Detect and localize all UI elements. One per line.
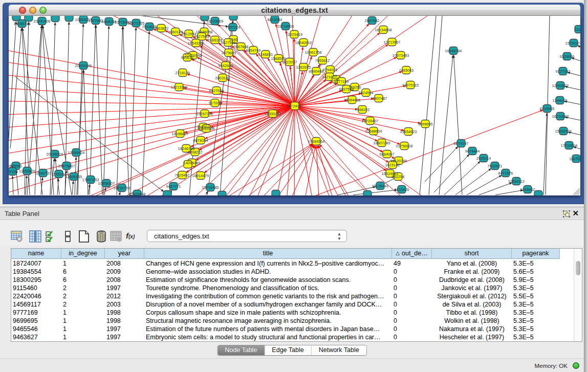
graph-node-label: 10973493 [393,53,409,58]
table-cell: 1 [61,309,105,317]
graph-node-label: 15136141 [372,184,389,188]
graph-node-label: 8878334 [193,138,208,143]
column-header-short[interactable]: short [432,249,512,259]
memory-status-label: Memory: OK [534,363,568,369]
network-canvas[interactable]: 1405571320691406108532571527602846616010… [9,16,580,195]
table-cell: 5.3E–5 [512,317,560,325]
column-header-pagerank[interactable]: pagerank [512,249,560,259]
table-cell: Disruption of a novel member of a sodium… [144,300,392,309]
table-cell: 5.3E–5 [512,259,560,268]
graph-node[interactable] [65,16,73,21]
graph-node-label: 917008 [209,101,222,105]
table-row[interactable]: 977716911998Corpus callosum shape and si… [11,309,560,317]
graph-node-label: 7955812 [315,58,330,63]
table-cell: 2003 [105,300,144,309]
table-cell: 1 [61,325,105,333]
table-row[interactable]: 946554611997Estimation of the future num… [11,325,560,333]
column-header-out_de[interactable]: △out_de… [392,249,432,259]
table-panel: Table Panel ✕ [0,204,584,372]
table-cell: 18724007 [11,259,61,268]
table-row[interactable]: 946362711997Embryonic stem cells: a mode… [11,333,560,341]
graph-node[interactable] [25,16,33,21]
delete-table-disabled-icon [110,230,122,243]
graph-node[interactable] [229,16,237,20]
column-visibility-icon[interactable] [29,230,41,243]
table-cell: 0 [392,317,432,325]
table-cell: 0 [392,268,432,276]
table-scrollbar[interactable] [574,249,582,341]
column-header-year[interactable]: year [105,249,144,259]
table-row[interactable]: 1938455462009Genome–wide association stu… [11,268,560,276]
table-row[interactable]: 1830029562008Estimation of significance … [11,276,560,284]
table-settings-icon[interactable] [11,230,23,243]
table-panel-title: Table Panel [5,210,39,217]
table-cell: 1997 [105,325,144,333]
tab-network-table[interactable]: Network Table [312,345,366,355]
function-builder-icon[interactable]: f(x) [126,231,140,244]
graph-node[interactable] [163,191,171,196]
graph-node-label: 19975867 [58,164,75,168]
table-cell: 9465546 [11,325,61,333]
graph-node-label: 1527602 [89,18,103,23]
graph-node-label: 12353594 [198,126,215,131]
graph-node-label: 14099489 [184,161,201,165]
table-cell: Investigating the contribution of common… [144,292,392,300]
table-row[interactable]: 911546021997Tourette syndrome. Phenomeno… [11,284,560,292]
app-scrollbar-gutter[interactable] [584,0,588,372]
table-scrollbar-thumb[interactable] [576,261,580,275]
graph-node-label: 9474444 [465,149,480,154]
table-select-dropdown[interactable]: citations_edges.txt ▲▼ [147,230,347,242]
graph-node[interactable] [534,191,542,196]
table-cell: 2012 [105,292,144,300]
graph-node[interactable] [51,16,59,22]
graph-node-label: 18640910 [295,40,312,45]
network-graph: 1405571320691406108532571527602846616010… [9,16,580,195]
window-titlebar[interactable]: citations_edges.txt [9,5,580,16]
table-row[interactable]: 1872400712008Changes of HCN gene express… [11,259,560,268]
table-cell: 2008 [105,259,144,268]
table-row[interactable]: 1456911722003Disruption of a novel membe… [11,300,560,309]
table-cell: 1998 [105,309,144,317]
float-panel-icon[interactable] [562,210,571,218]
graph-node-label: 15720407 [362,119,379,123]
row-selection-icon[interactable] [45,230,57,243]
table-select-value: citations_edges.txt [154,232,209,240]
table-tab-group: Node TableEdge TableNetwork Table [217,345,366,356]
graph-node-label: 2087682 [365,18,380,23]
graph-node[interactable] [363,191,372,196]
graph-node[interactable] [272,190,280,196]
table-cell: Jankovic et al. (1997) [432,284,512,292]
tab-node-table[interactable]: Node Table [217,345,265,355]
column-header-title[interactable]: title [144,249,392,259]
graph-node-label: 10654112 [508,179,525,184]
node-table[interactable]: namein_degreeyeartitle△out_de…shortpager… [11,248,582,342]
tab-edge-table[interactable]: Edge Table [265,345,311,355]
close-panel-icon[interactable]: ✕ [572,209,579,218]
table-header-row: namein_degreeyeartitle△out_de…shortpager… [11,249,560,259]
graph-node-label: 2803144 [215,76,230,80]
table-row[interactable]: 2242004622012Investigating the contribut… [11,292,560,300]
table-row[interactable]: 969969511998Structural magnetic resonanc… [11,317,560,325]
rows-icon[interactable] [62,230,74,243]
graph-node-label: 8215955 [540,106,555,111]
graph-node[interactable] [218,191,226,196]
graph-node-label: 16033809 [207,19,224,24]
delete-icon[interactable] [95,230,107,243]
new-document-icon[interactable] [78,230,90,243]
application-window: citations_edges.txt 14055713206914061085… [0,0,588,372]
graph-node-label: 16543382 [188,41,205,46]
table-cell: 0 [392,333,432,341]
graph-node-label: 18724007 [287,104,303,108]
column-header-in_degree[interactable]: in_degree [61,249,105,259]
graph-node-label: 9242848 [219,63,233,68]
graph-node-label: 19166827 [172,132,189,136]
graph-node-label: 9329966 [560,54,575,59]
table-cell: 5.3E–5 [512,300,560,309]
graph-node-label: 12093822 [552,83,569,88]
table-cell: Nakamura et al. (1997) [432,325,512,333]
status-bar: Memory: OK [0,358,584,372]
table-cell: 0 [392,284,432,292]
graph-node-label: 12505135 [66,174,82,179]
graph-node-label: 8427552 [209,89,224,93]
column-header-name[interactable]: name [11,249,61,259]
